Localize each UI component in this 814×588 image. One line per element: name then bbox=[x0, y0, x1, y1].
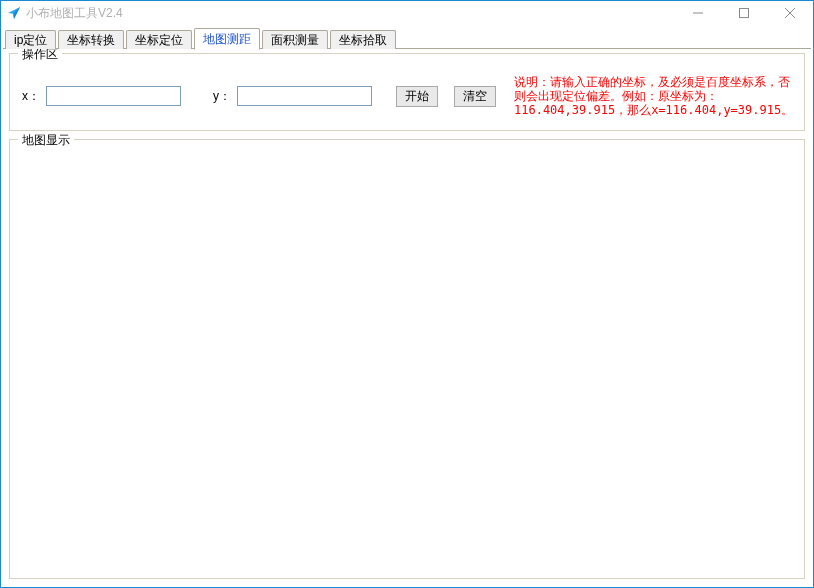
tab-area-measure[interactable]: 面积测量 bbox=[262, 30, 328, 49]
tab-map-distance[interactable]: 地图测距 bbox=[194, 28, 260, 50]
tab-coord-locate[interactable]: 坐标定位 bbox=[126, 30, 192, 49]
instruction-note: 说明：请输入正确的坐标，及必须是百度坐标系，否则会出现定位偏差。例如：原坐标为：… bbox=[514, 75, 794, 117]
operation-legend: 操作区 bbox=[18, 49, 62, 63]
svg-rect-1 bbox=[740, 9, 749, 18]
map-canvas[interactable] bbox=[20, 158, 794, 568]
x-label: x： bbox=[20, 88, 40, 105]
paper-plane-icon bbox=[7, 6, 21, 20]
client-area: 操作区 x： y： 开始 清空 说明：请输入正确的坐标，及必须是百度坐标系，否则… bbox=[1, 49, 813, 587]
y-input[interactable] bbox=[237, 86, 372, 106]
minimize-button[interactable] bbox=[675, 1, 721, 25]
map-group: 地图显示 bbox=[9, 139, 805, 579]
clear-button[interactable]: 清空 bbox=[454, 86, 496, 107]
map-legend: 地图显示 bbox=[18, 132, 74, 149]
window-title: 小布地图工具V2.4 bbox=[26, 5, 123, 22]
tab-strip: ip定位 坐标转换 坐标定位 地图测距 面积测量 坐标拾取 bbox=[1, 27, 813, 49]
title-bar[interactable]: 小布地图工具V2.4 bbox=[1, 1, 813, 25]
close-button[interactable] bbox=[767, 1, 813, 25]
app-window: 小布地图工具V2.4 ip定位 坐标转换 坐标定位 地图测距 面积测量 坐标拾取… bbox=[0, 0, 814, 588]
maximize-button[interactable] bbox=[721, 1, 767, 25]
y-label: y： bbox=[211, 88, 231, 105]
operation-group: 操作区 x： y： 开始 清空 说明：请输入正确的坐标，及必须是百度坐标系，否则… bbox=[9, 53, 805, 131]
tab-coord-convert[interactable]: 坐标转换 bbox=[58, 30, 124, 49]
x-input[interactable] bbox=[46, 86, 181, 106]
tab-coord-pick[interactable]: 坐标拾取 bbox=[330, 30, 396, 49]
tab-ip-locate[interactable]: ip定位 bbox=[5, 30, 56, 49]
start-button[interactable]: 开始 bbox=[396, 86, 438, 107]
